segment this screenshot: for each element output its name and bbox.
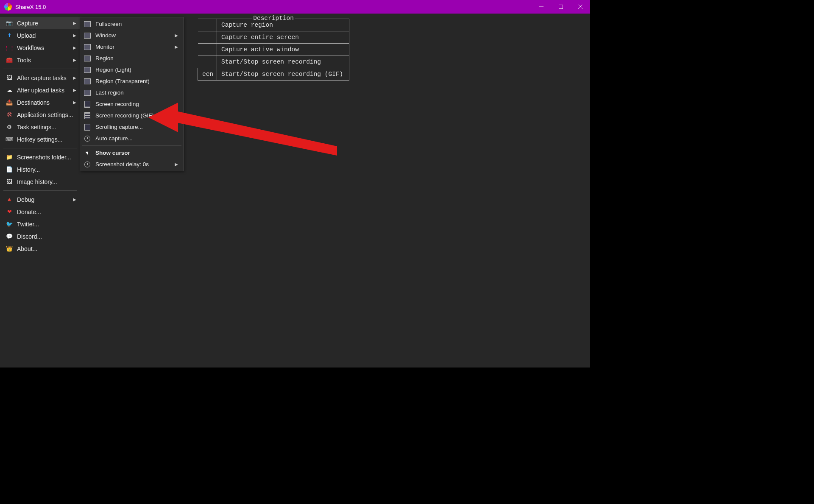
submenu-window[interactable]: Window▶ [80, 30, 183, 41]
sidebar-item-workflows-icon: ⋮⋮ [6, 45, 13, 51]
sidebar-item-label: Capture [17, 20, 73, 27]
sidebar-item-label: Debug [17, 196, 73, 203]
sidebar-item-label: Workflows [17, 45, 73, 51]
sidebar-item-upload[interactable]: ⬆Upload▶ [0, 29, 81, 42]
submenu-scrolling-capture[interactable]: Scrolling capture... [80, 121, 183, 133]
submenu-monitor[interactable]: Monitor▶ [80, 41, 183, 53]
sidebar-item-history[interactable]: 📄History... [0, 163, 81, 175]
app-window: ShareX 15.0 📷Capture▶⬆Upload▶⋮⋮Workflows… [0, 0, 590, 368]
clock-icon [84, 135, 91, 142]
film-icon [84, 123, 91, 131]
sidebar-item-label: Twitter... [17, 221, 77, 228]
minimize-button[interactable] [532, 0, 551, 14]
table-cell-description: Start/Stop screen recording [217, 56, 349, 68]
submenu-item-label: Fullscreen [95, 21, 179, 27]
sidebar-item-image-history[interactable]: 🖼Image history... [0, 175, 81, 188]
submenu-region-light[interactable]: Region (Light) [80, 64, 183, 75]
submenu-item-label: Auto capture... [95, 135, 179, 142]
sidebar-item-destinations[interactable]: 📤Destinations▶ [0, 96, 81, 109]
table-row: Start/Stop screen recording [198, 56, 349, 68]
table-cell-description: Capture entire screen [217, 31, 349, 44]
sidebar: 📷Capture▶⬆Upload▶⋮⋮Workflows▶🧰Tools▶🖼Aft… [0, 14, 81, 368]
sidebar-item-label: Destinations [17, 99, 73, 106]
sidebar-item-twitter[interactable]: 🐦Twitter... [0, 218, 81, 230]
submenu-screen-recording[interactable]: Screen recording [80, 98, 183, 110]
table-row: Capture active window [198, 44, 349, 56]
submenu-auto-capture[interactable]: Auto capture... [80, 133, 183, 144]
sidebar-item-image-history-icon: 🖼 [6, 178, 13, 185]
submenu-screen-recording-gif[interactable]: Screen recording (GIF) [80, 110, 183, 121]
submenu-region-transparent[interactable]: Region (Transparent) [80, 75, 183, 87]
capture-submenu: FullscreenWindow▶Monitor▶RegionRegion (L… [80, 17, 184, 171]
submenu-last-region[interactable]: Last region [80, 87, 183, 98]
submenu-separator [82, 145, 181, 146]
sidebar-item-debug-icon: 🔺 [6, 196, 13, 203]
submenu-item-label: Screenshot delay: 0s [95, 161, 175, 167]
sidebar-item-destinations-icon: 📤 [6, 99, 13, 106]
submenu-screenshot-delay[interactable]: Screenshot delay: 0s▶ [80, 159, 183, 170]
sidebar-item-tools-icon: 🧰 [6, 57, 13, 64]
region-icon [84, 43, 91, 51]
submenu-show-cursor[interactable]: Show cursor [80, 147, 183, 159]
sidebar-item-discord[interactable]: 💬Discord... [0, 230, 81, 242]
table-cell-col0 [198, 31, 217, 44]
sidebar-separator [3, 148, 77, 148]
clock-icon [84, 161, 91, 168]
sidebar-item-twitter-icon: 🐦 [6, 221, 13, 228]
table-cell-col0: een [198, 68, 217, 81]
sidebar-item-app-settings-icon: 🛠 [6, 111, 13, 118]
sidebar-item-label: Hotkey settings... [17, 136, 77, 143]
maximize-button[interactable] [551, 0, 571, 14]
sidebar-item-after-upload[interactable]: ☁After upload tasks▶ [0, 84, 81, 96]
sidebar-item-debug[interactable]: 🔺Debug▶ [0, 193, 81, 206]
sidebar-item-screenshots-folder[interactable]: 📁Screenshots folder... [0, 151, 81, 163]
sidebar-item-about[interactable]: 👑About... [0, 242, 81, 255]
sidebar-item-app-settings[interactable]: 🛠Application settings... [0, 109, 81, 121]
sidebar-item-discord-icon: 💬 [6, 233, 13, 240]
sidebar-item-after-capture-icon: 🖼 [6, 75, 13, 81]
table-cell-description: Capture active window [217, 44, 349, 56]
sidebar-item-label: Task settings... [17, 124, 77, 131]
submenu-item-label: Monitor [95, 44, 175, 50]
submenu-item-label: Region (Light) [95, 67, 179, 73]
chevron-right-icon: ▶ [73, 45, 77, 50]
sidebar-item-label: After capture tasks [17, 75, 73, 81]
table-cell-description: Start/Stop screen recording (GIF) [217, 68, 349, 81]
film-icon [84, 112, 91, 120]
submenu-item-label: Screen recording [95, 101, 179, 107]
sidebar-item-capture-icon: 📷 [6, 20, 13, 27]
sidebar-item-label: About... [17, 245, 77, 252]
submenu-item-label: Show cursor [95, 150, 179, 156]
titlebar: ShareX 15.0 [0, 0, 590, 14]
submenu-fullscreen[interactable]: Fullscreen [80, 18, 183, 30]
sidebar-item-task-settings[interactable]: ⚙Task settings... [0, 121, 81, 133]
sidebar-item-label: Tools [17, 57, 73, 64]
sidebar-item-capture[interactable]: 📷Capture▶ [0, 17, 81, 29]
sidebar-item-label: Upload [17, 32, 73, 39]
chevron-right-icon: ▶ [73, 100, 77, 105]
submenu-item-label: Window [95, 32, 175, 39]
sidebar-item-upload-icon: ⬆ [6, 32, 13, 39]
sidebar-item-after-capture[interactable]: 🖼After capture tasks▶ [0, 72, 81, 84]
sidebar-separator [3, 190, 77, 191]
chevron-right-icon: ▶ [73, 33, 77, 38]
table-cell-col0 [198, 44, 217, 56]
chevron-right-icon: ▶ [175, 45, 179, 49]
svg-rect-1 [559, 5, 563, 9]
submenu-item-label: Region [95, 55, 179, 61]
sidebar-item-donate-icon: ❤ [6, 209, 13, 215]
close-button[interactable] [571, 0, 590, 14]
table-row: eenStart/Stop screen recording (GIF) [198, 68, 349, 81]
sidebar-item-workflows[interactable]: ⋮⋮Workflows▶ [0, 42, 81, 54]
table-cell-col0 [198, 56, 217, 68]
sidebar-item-tools[interactable]: 🧰Tools▶ [0, 54, 81, 66]
region-icon [84, 78, 91, 85]
table-row: Capture entire screen [198, 31, 349, 44]
submenu-item-label: Region (Transparent) [95, 78, 179, 84]
sidebar-item-hotkey-settings[interactable]: ⌨Hotkey settings... [0, 133, 81, 145]
sidebar-item-hotkey-settings-icon: ⌨ [6, 136, 13, 143]
submenu-region[interactable]: Region [80, 53, 183, 64]
region-icon [84, 32, 91, 39]
region-icon [84, 20, 91, 28]
sidebar-item-donate[interactable]: ❤Donate... [0, 206, 81, 218]
